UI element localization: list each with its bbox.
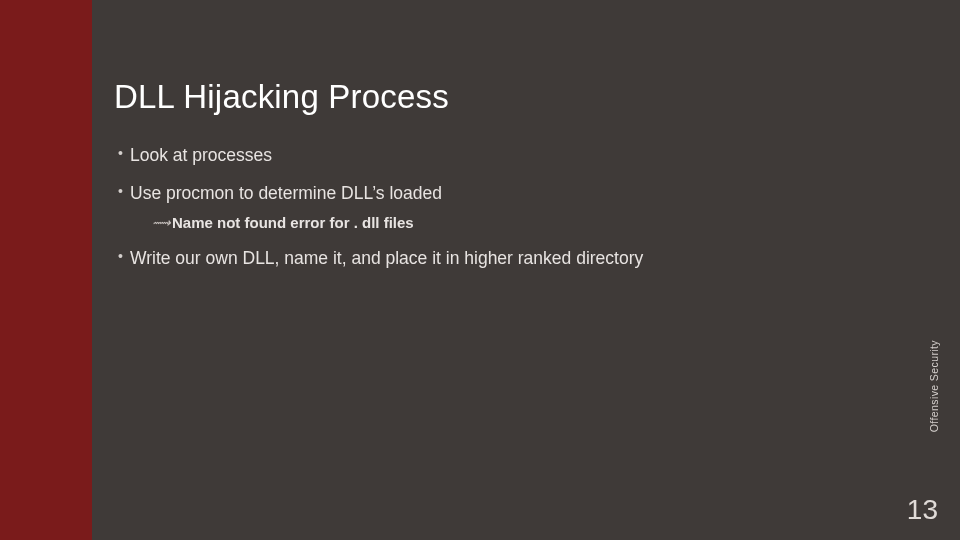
bullet-item: Look at processes	[118, 144, 910, 168]
sub-bullet-text: Name not found error for . dll files	[172, 214, 414, 231]
bullet-text: Look at processes	[130, 145, 272, 165]
bullet-item: Write our own DLL, name it, and place it…	[118, 247, 910, 271]
accent-sidebar	[0, 0, 92, 540]
vertical-footer-label: Offensive Security	[928, 340, 940, 432]
bullet-text: Use procmon to determine DLL’s loaded	[130, 183, 442, 203]
bullet-list: Look at processes Use procmon to determi…	[114, 144, 910, 270]
slide-content: DLL Hijacking Process Look at processes …	[92, 0, 960, 540]
tilde-icon: ⟿	[152, 215, 171, 232]
sub-bullet-list: ⟿ Name not found error for . dll files	[130, 213, 910, 233]
bullet-item: Use procmon to determine DLL’s loaded ⟿ …	[118, 182, 910, 233]
sub-bullet-item: ⟿ Name not found error for . dll files	[152, 213, 910, 233]
slide-title: DLL Hijacking Process	[114, 78, 910, 116]
page-number: 13	[907, 494, 938, 526]
bullet-text: Write our own DLL, name it, and place it…	[130, 248, 643, 268]
